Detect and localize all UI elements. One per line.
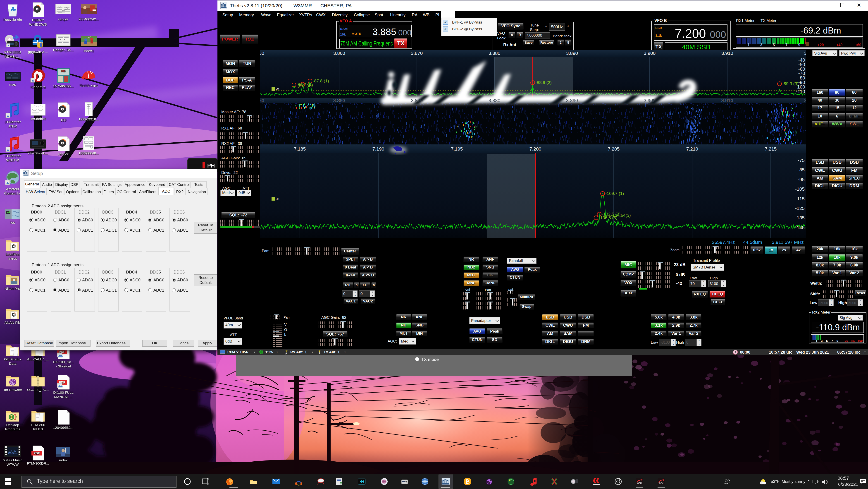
svg-text:3.910: 3.910 [721,98,733,103]
svg-text:-105: -105 [795,186,805,191]
svg-text:-125: -125 [795,206,805,211]
svg-text:GPU: GPU [659,482,663,484]
svg-text:-95: -95 [798,177,805,182]
svg-text:-88.9 (2): -88.9 (2) [535,80,552,85]
svg-text:7.210: 7.210 [686,146,698,151]
svg-text:HIS: HIS [61,70,65,72]
svg-text:3.870: 3.870 [411,98,423,103]
svg-text:50: 50 [260,98,264,103]
svg-text:GPU: GPU [637,482,642,484]
svg-text:-110: -110 [796,89,805,94]
svg-text:-109.7 (1): -109.7 (1) [605,191,624,196]
svg-text:3.900: 3.900 [644,98,656,103]
svg-text:3.860: 3.860 [333,98,345,103]
svg-text:7.190: 7.190 [372,146,384,151]
svg-text:-75: -75 [798,158,805,163]
svg-text:50: 50 [260,51,264,56]
svg-text:-G: -G [276,87,279,91]
svg-text:3.860: 3.860 [333,51,345,56]
svg-text:7.200: 7.200 [529,146,541,151]
svg-text:3.890: 3.890 [566,98,578,103]
svg-text:3.9: 3.9 [804,98,806,103]
svg-text:-145: -145 [795,225,805,230]
svg-text:3.870: 3.870 [411,51,423,56]
svg-text:3.880: 3.880 [489,51,500,56]
svg-text:7.215: 7.215 [765,146,777,151]
svg-text:-85: -85 [798,167,805,172]
svg-text:-135: -135 [795,215,805,220]
svg-text:PDF: PDF [33,451,40,455]
svg-text:7.205: 7.205 [608,146,620,151]
svg-text:-115: -115 [796,196,805,201]
svg-text:3.910: 3.910 [721,51,733,56]
svg-text:3.890: 3.890 [566,51,578,56]
svg-text:-134.64(3): -134.64(3) [611,213,631,218]
svg-text:₿: ₿ [465,479,470,485]
svg-text:3.880: 3.880 [489,98,500,103]
svg-text:7.185: 7.185 [294,146,306,151]
svg-text:(5)1 (4): (5)1 (4) [298,83,312,88]
svg-text:3.900: 3.900 [644,51,656,56]
svg-text:3.9: 3.9 [804,51,806,56]
svg-text:-87.8 (1): -87.8 (1) [313,79,329,83]
svg-text:-G: -G [276,197,279,201]
svg-text:7.195: 7.195 [451,146,463,151]
